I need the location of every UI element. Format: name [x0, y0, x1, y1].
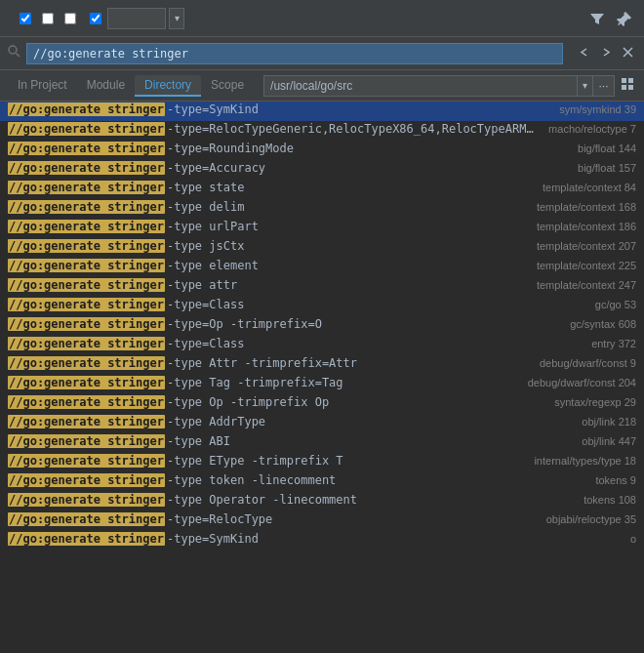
match-highlight: //go:generate stringer [8, 493, 165, 507]
result-suffix: -type token -linecomment [167, 473, 585, 487]
result-suffix: -type=SymKind [167, 532, 621, 546]
table-row[interactable]: //go:generate stringer -type=Accuracybig… [0, 160, 644, 180]
table-row[interactable]: //go:generate stringer -type statetempla… [0, 180, 644, 199]
table-row[interactable]: //go:generate stringer -type Tag -trimpr… [0, 375, 644, 394]
table-row[interactable]: //go:generate stringer -type=Classgc/go … [0, 297, 644, 316]
scope-path-more-button[interactable]: ··· [593, 75, 615, 97]
result-location: gc/go 53 [585, 299, 636, 310]
match-highlight: //go:generate stringer [8, 512, 165, 526]
result-location: template/context 247 [527, 279, 636, 291]
file-mask-checkbox[interactable] [90, 13, 101, 24]
match-highlight: //go:generate stringer [8, 356, 165, 370]
table-row[interactable]: //go:generate stringer -type=RelocTypeob… [0, 511, 644, 531]
table-row[interactable]: //go:generate stringer -type=SymKindo [0, 531, 644, 551]
result-suffix: -type=RelocType [167, 512, 537, 526]
result-location: template/context 186 [527, 221, 636, 232]
match-highlight: //go:generate stringer [8, 317, 165, 331]
search-input[interactable] [26, 43, 563, 64]
words-checkbox[interactable] [42, 13, 54, 24]
result-suffix: -type jsCtx [167, 239, 527, 253]
toolbar: ▾ [0, 0, 644, 37]
result-suffix: -type=Class [167, 337, 582, 350]
match-highlight: //go:generate stringer [8, 181, 165, 194]
file-mask-dropdown-button[interactable]: ▾ [169, 8, 184, 29]
tab-directory[interactable]: Directory [135, 75, 201, 97]
result-suffix: -type element [167, 259, 527, 272]
match-highlight: //go:generate stringer [8, 200, 165, 214]
result-suffix: -type=Op -trimprefix=O [167, 317, 560, 331]
match-highlight: //go:generate stringer [8, 415, 165, 429]
result-location: template/context 84 [533, 182, 636, 193]
table-row[interactable]: //go:generate stringer -type attrtemplat… [0, 277, 644, 297]
table-row[interactable]: //go:generate stringer -type ABIobj/link… [0, 433, 644, 453]
filter-button[interactable] [585, 9, 609, 28]
scope-bar: In Project Module Directory Scope ▾ ··· [0, 70, 644, 102]
table-row[interactable]: //go:generate stringer -type=RelocTypeGe… [0, 121, 644, 141]
match-highlight: //go:generate stringer [8, 278, 165, 292]
svg-point-0 [9, 46, 17, 54]
result-suffix: -type urlPart [167, 220, 527, 233]
table-row[interactable]: //go:generate stringer -type=Classentry … [0, 336, 644, 355]
tab-in-project[interactable]: In Project [8, 75, 77, 97]
table-row[interactable]: //go:generate stringer -type EType -trim… [0, 453, 644, 472]
file-mask-input[interactable] [107, 8, 166, 29]
tab-module[interactable]: Module [77, 75, 135, 97]
regex-group [64, 13, 82, 24]
svg-rect-5 [628, 78, 633, 83]
result-location: template/context 225 [527, 260, 636, 271]
result-suffix: -type EType -trimprefix T [167, 454, 524, 468]
result-location: gc/syntax 608 [560, 318, 636, 330]
toolbar-icons [585, 9, 636, 28]
result-location: obj/link 218 [572, 416, 636, 428]
result-location: syntax/regexp 29 [544, 396, 636, 408]
result-location: macho/reloctype 7 [539, 123, 636, 135]
regex-checkbox[interactable] [64, 13, 76, 24]
result-location: debug/dwarf/const 9 [530, 357, 636, 369]
next-match-button[interactable] [597, 45, 616, 62]
match-highlight: //go:generate stringer [8, 532, 165, 546]
table-row[interactable]: //go:generate stringer -type AddrTypeobj… [0, 414, 644, 433]
match-highlight: //go:generate stringer [8, 337, 165, 350]
table-row[interactable]: //go:generate stringer -type urlParttemp… [0, 219, 644, 238]
table-row[interactable]: //go:generate stringer -type Operator -l… [0, 492, 644, 511]
table-row[interactable]: //go:generate stringer -type delimtempla… [0, 199, 644, 219]
prev-match-button[interactable] [575, 45, 593, 62]
table-row[interactable]: //go:generate stringer -type elementtemp… [0, 258, 644, 277]
match-highlight: //go:generate stringer [8, 376, 165, 389]
scope-path-input[interactable] [263, 75, 578, 97]
table-row[interactable]: //go:generate stringer -type Attr -trimp… [0, 355, 644, 375]
match-case-checkbox[interactable] [20, 13, 31, 24]
svg-rect-4 [622, 78, 626, 83]
scope-grid-button[interactable] [619, 75, 636, 96]
result-suffix: -type state [167, 181, 533, 194]
result-suffix: -type=SymKind [167, 102, 549, 116]
svg-line-1 [17, 54, 20, 58]
filter-icon [589, 11, 605, 26]
match-highlight: //go:generate stringer [8, 142, 165, 155]
match-highlight: //go:generate stringer [8, 102, 165, 116]
result-location: big/float 157 [568, 162, 636, 174]
search-bar [0, 37, 644, 70]
result-suffix: -type Attr -trimprefix=Attr [167, 356, 530, 370]
table-row[interactable]: //go:generate stringer -type token -line… [0, 472, 644, 492]
match-highlight: //go:generate stringer [8, 473, 165, 487]
close-search-button[interactable] [620, 45, 636, 62]
table-row[interactable]: //go:generate stringer -type jsCtxtempla… [0, 238, 644, 258]
table-row[interactable]: //go:generate stringer -type Op -trimpre… [0, 394, 644, 414]
result-location: template/context 168 [527, 201, 636, 213]
scope-path-dropdown-button[interactable]: ▾ [578, 75, 593, 97]
results-container[interactable]: //go:generate stringer -type=SymKindsym/… [0, 102, 644, 653]
words-group [42, 13, 57, 24]
table-row[interactable]: //go:generate stringer -type=Op -trimpre… [0, 316, 644, 336]
match-highlight: //go:generate stringer [8, 298, 165, 311]
table-row[interactable]: //go:generate stringer -type=SymKindsym/… [0, 102, 644, 121]
result-suffix: -type Operator -linecomment [167, 493, 574, 507]
result-suffix: -type Op -trimprefix Op [167, 395, 544, 409]
result-location: tokens 9 [585, 474, 636, 486]
search-icon [8, 45, 20, 61]
tab-scope[interactable]: Scope [201, 75, 254, 97]
result-location: obj/link 447 [572, 435, 636, 447]
pin-button[interactable] [613, 9, 636, 28]
table-row[interactable]: //go:generate stringer -type=RoundingMod… [0, 141, 644, 160]
svg-rect-7 [628, 85, 633, 90]
